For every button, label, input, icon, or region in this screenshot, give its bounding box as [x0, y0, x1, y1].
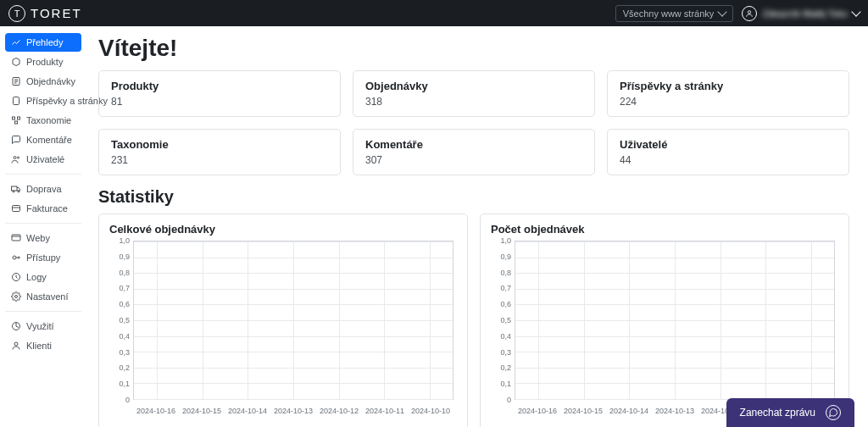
x-tick: 2024-10-15: [182, 407, 221, 415]
sidebar-item-label: Taxonomie: [26, 115, 71, 125]
sidebar-item-label: Přístupy: [26, 252, 60, 263]
sidebar-item-objednávky[interactable]: Objednávky: [5, 72, 81, 91]
x-tick: 2024-10-14: [228, 407, 267, 415]
sidebar-item-taxonomie[interactable]: Taxonomie: [5, 111, 81, 130]
brand-name: TORET: [31, 6, 82, 20]
nav-icon: [11, 76, 21, 86]
stat-grid: Produkty81Objednávky318Příspěvky a strán…: [98, 70, 849, 175]
svg-point-7: [18, 157, 19, 158]
stat-card[interactable]: Objednávky318: [353, 70, 595, 117]
nav-icon: [11, 203, 21, 214]
nav-separator: [5, 174, 81, 175]
svg-rect-11: [13, 206, 20, 212]
nav-icon: [11, 252, 21, 263]
page-title: Vítejte!: [98, 35, 849, 62]
y-tick: 1,0: [119, 236, 130, 245]
y-tick: 0,6: [119, 300, 130, 308]
stat-label: Taxonomie: [111, 138, 328, 151]
nav-icon: [11, 37, 21, 47]
y-tick: 0,4: [119, 332, 130, 341]
sidebar-item-doprava[interactable]: Doprava: [5, 180, 81, 198]
nav-icon: [11, 135, 21, 145]
brand-logo[interactable]: T TORET: [8, 5, 82, 22]
sidebar-item-label: Přehledy: [26, 37, 63, 47]
sidebar-item-produkty[interactable]: Produkty: [5, 53, 81, 71]
sidebar-item-přehledy[interactable]: Přehledy: [5, 33, 81, 52]
sidebar-item-uživatelé[interactable]: Uživatelé: [5, 150, 81, 169]
stat-card[interactable]: Taxonomie231: [98, 129, 341, 175]
nav-icon: [11, 291, 21, 302]
brand-icon: T: [8, 5, 25, 22]
chevron-down-icon: [718, 7, 727, 16]
sidebar-item-příspěvky-a-stránky[interactable]: Příspěvky a stránky: [5, 92, 81, 110]
stat-label: Produkty: [111, 80, 328, 92]
chat-icon: [826, 405, 841, 420]
chart-title: Celkové objednávky: [109, 223, 457, 236]
nav-icon: [11, 154, 21, 164]
chat-widget[interactable]: Zanechat zprávu: [726, 398, 854, 427]
user-menu[interactable]: Zákazník Matěj Toko: [742, 6, 860, 21]
y-tick: 0,8: [119, 269, 130, 277]
sidebar-item-využití[interactable]: Využití: [5, 317, 81, 336]
y-tick: 0,5: [119, 316, 130, 324]
site-selector[interactable]: Všechny www stránky: [615, 5, 734, 22]
nav-separator: [5, 311, 81, 312]
chart-area: 1,00,90,80,70,60,50,40,30,20,102024-10-1…: [491, 241, 838, 419]
x-tick: 2024-10-12: [320, 407, 359, 415]
sidebar-item-label: Logy: [26, 272, 47, 282]
y-tick: 1,0: [500, 236, 511, 245]
sidebar-item-fakturace[interactable]: Fakturace: [5, 199, 81, 218]
svg-rect-5: [15, 121, 18, 124]
y-tick: 0,9: [119, 252, 130, 261]
stat-label: Uživatelé: [620, 138, 837, 151]
topbar: T TORET Všechny www stránky Zákazník Mat…: [0, 0, 868, 26]
chart-card: Počet objednávek1,00,90,80,70,60,50,40,3…: [480, 214, 849, 427]
svg-rect-4: [18, 117, 20, 119]
chart-title: Počet objednávek: [491, 223, 838, 236]
y-tick: 0: [125, 396, 130, 404]
user-avatar-icon: [742, 6, 757, 21]
sidebar-item-label: Objednávky: [26, 76, 75, 86]
sidebar-item-label: Doprava: [26, 184, 62, 194]
sidebar-item-label: Fakturace: [26, 203, 68, 214]
chart-row: Celkové objednávky1,00,90,80,70,60,50,40…: [98, 214, 849, 427]
stat-value: 318: [365, 96, 582, 108]
sidebar-item-label: Klienti: [26, 341, 52, 351]
sidebar-item-klienti[interactable]: Klienti: [5, 336, 81, 355]
nav-icon: [11, 321, 21, 331]
stat-label: Komentáře: [365, 138, 582, 151]
stat-card[interactable]: Příspěvky a stránky224: [607, 70, 849, 117]
x-tick: 2024-10-11: [365, 407, 404, 415]
sidebar-item-weby[interactable]: Weby: [5, 229, 81, 247]
stat-value: 307: [365, 154, 582, 166]
sidebar-item-nastavení[interactable]: Nastavení: [5, 287, 81, 306]
sidebar-item-label: Uživatelé: [26, 154, 64, 164]
sidebar-item-label: Komentáře: [26, 135, 72, 145]
nav-separator: [5, 223, 81, 224]
svg-point-17: [14, 342, 18, 346]
x-tick: 2024-10-16: [136, 407, 175, 415]
y-tick: 0,9: [500, 252, 511, 261]
stat-label: Příspěvky a stránky: [620, 80, 837, 92]
y-tick: 0,3: [119, 348, 130, 357]
y-tick: 0,3: [500, 348, 511, 357]
svg-rect-2: [14, 97, 19, 105]
x-tick: 2024-10-13: [274, 407, 313, 415]
stats-section-title: Statistiky: [98, 187, 849, 207]
sidebar-item-přístupy[interactable]: Přístupy: [5, 248, 81, 267]
x-tick: 2024-10-13: [655, 407, 694, 415]
svg-point-6: [14, 157, 16, 159]
y-tick: 0,1: [119, 380, 130, 388]
x-tick: 2024-10-16: [518, 407, 557, 415]
y-tick: 0,2: [500, 363, 511, 372]
sidebar-item-logy[interactable]: Logy: [5, 268, 81, 286]
sidebar-item-komentáře[interactable]: Komentáře: [5, 130, 81, 149]
stat-value: 81: [111, 96, 328, 108]
nav-icon: [11, 57, 21, 67]
sidebar-item-label: Weby: [26, 233, 50, 243]
stat-card[interactable]: Uživatelé44: [607, 129, 849, 175]
stat-value: 44: [620, 154, 837, 166]
nav-icon: [11, 115, 21, 125]
stat-card[interactable]: Produkty81: [98, 70, 341, 117]
stat-card[interactable]: Komentáře307: [353, 129, 595, 175]
